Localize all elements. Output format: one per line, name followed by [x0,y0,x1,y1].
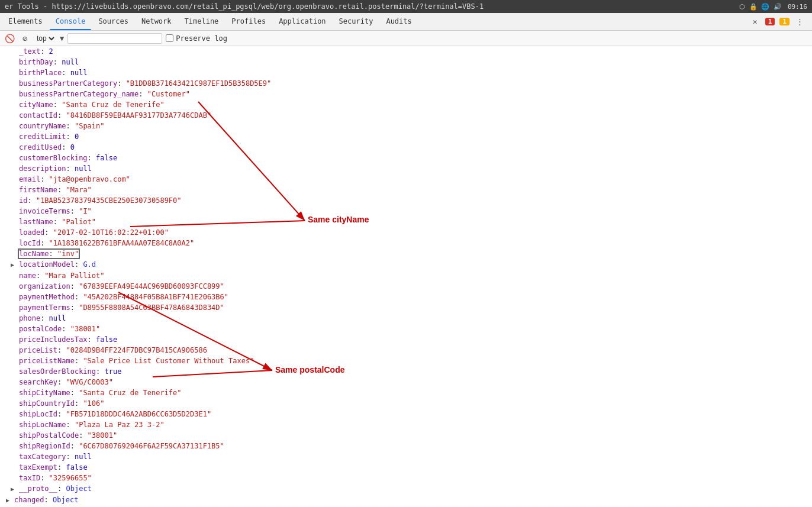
close-devtools-button[interactable]: ✕ [750,17,761,27]
title-bar-icons: ⬡ 🔒 🌐 🔊 [739,3,782,11]
content-wrapper: _text: 2 birthDay: null birthPlace: null… [0,46,812,507]
tab-network[interactable]: Network [136,14,178,30]
list-item: loaded: "2017-02-10T16:02:22+01:00" [0,227,812,238]
tab-console[interactable]: Console [50,14,92,30]
tab-audits[interactable]: Audits [380,14,417,30]
console-toolbar: 🚫 ⊘ top ▼ Preserve log [0,31,812,46]
preserve-log-label[interactable]: Preserve log [166,34,227,43]
title-bar-right: ⬡ 🔒 🌐 🔊 09:16 [739,3,807,11]
list-item: locId: "1A18381622B761BFAA4AA07E84C8A0A2… [0,238,812,248]
list-item: invoiceTerms: "I" [0,206,812,217]
preserve-log-checkbox[interactable] [166,34,173,42]
list-item: lastName: "Paliot" [0,217,812,227]
list-item: creditUsed: 0 [0,142,812,153]
list-item: cityName: "Santa Cruz de Tenerife" [0,99,812,110]
list-item: customerBlocking: false [0,153,812,163]
devtools-nav-icons: ✕ 1 1 ⋮ [750,17,810,27]
ship-postal-code-line: shipPostalCode: "38001" [0,430,812,441]
list-item: creditLimit: 0 [0,131,812,142]
context-selector[interactable]: top [34,34,56,43]
list-item: email: "jta@openbravo.com" [0,174,812,185]
tab-sources[interactable]: Sources [92,14,134,30]
filter-dropdown-arrow[interactable]: ▼ [60,34,64,43]
filter-icon[interactable]: ⊘ [19,33,31,44]
list-item: taxExempt: false [0,462,812,473]
list-item: ▶changed: Object [0,495,812,506]
title-bar: er Tools - https://livebuilds.openbravo.… [0,0,812,13]
list-item: organization: "67839EEFA49E44AC969BD6009… [0,281,812,292]
list-item: shipRegionId: "6C67D807692046F6A2F59CA37… [0,441,812,451]
list-item: id: "1BAB52378379435CBE250E30730589F0" [0,195,812,206]
list-item: phone: null [0,313,812,324]
tab-profiles[interactable]: Profiles [225,14,272,30]
list-item: taxCategory: null [0,451,812,462]
title-bar-text: er Tools - https://livebuilds.openbravo.… [5,2,484,11]
clear-console-icon[interactable]: 🚫 [4,33,15,44]
tab-security[interactable]: Security [333,14,379,30]
list-item: priceIncludesTax: false [0,334,812,345]
title-bar-left: er Tools - https://livebuilds.openbravo.… [5,2,484,11]
devtools-nav: Elements Console Sources Network Timelin… [0,13,812,31]
list-item: shipLocId: "FB571D18DDDC46A2ABD6CC63D5D2… [0,409,812,419]
list-item: priceList: "0284D9B4FF224F7DBC97B415CA90… [0,345,812,356]
list-item: searchKey: "WVG/C0003" [0,377,812,387]
ship-city-name-line: shipCityName: "Santa Cruz de Tenerife" [0,387,812,398]
list-item: description: null [0,163,812,174]
list-item: ▶__proto__: Object [0,483,812,495]
list-item: countryName: "Spain" [0,121,812,131]
tab-timeline[interactable]: Timeline [179,14,225,30]
list-item: paymentMethod: "45A202BF44884F05B8A1BF74… [0,292,812,302]
list-item: ▶locationModel: G.d [0,259,812,270]
settings-icon[interactable]: ⋮ [794,17,805,27]
list-item: shipLocName: "Plaza La Paz 23 3-2" [0,419,812,430]
list-item: businessPartnerCategory_name: "Customer" [0,89,812,99]
console-content[interactable]: _text: 2 birthDay: null birthPlace: null… [0,46,812,507]
list-item: _text: 2 [0,46,812,57]
list-item: businessPartnerCategory: "B1DD8B37164342… [0,78,812,89]
list-item: name: "Mara Palliot" [0,270,812,281]
title-bar-time: 09:16 [788,3,807,11]
postal-code-line: postalCode: "38001" [0,324,812,334]
list-item: priceListName: "Sale Price List Customer… [0,356,812,366]
list-item: firstName: "Mara" [0,185,812,195]
list-item: shipCountryId: "106" [0,398,812,409]
list-item: birthPlace: null [0,67,812,78]
warn-count-badge: 1 [779,18,790,25]
list-item: taxID: "32596655" [0,473,812,483]
list-item: paymentTerms: "D8955F8808A54C63BBF478A68… [0,302,812,313]
list-item: salesOrderBlocking: true [0,366,812,377]
loc-name-line: locName: "inv" [0,248,812,259]
tab-application[interactable]: Application [273,14,331,30]
list-item: contactId: "8416DB8F59EB4AAF93177D3A7746… [0,110,812,121]
console-filter-input[interactable] [67,33,162,44]
list-item: birthDay: null [0,57,812,67]
tab-elements[interactable]: Elements [2,14,49,30]
error-count-badge: 1 [765,18,775,25]
